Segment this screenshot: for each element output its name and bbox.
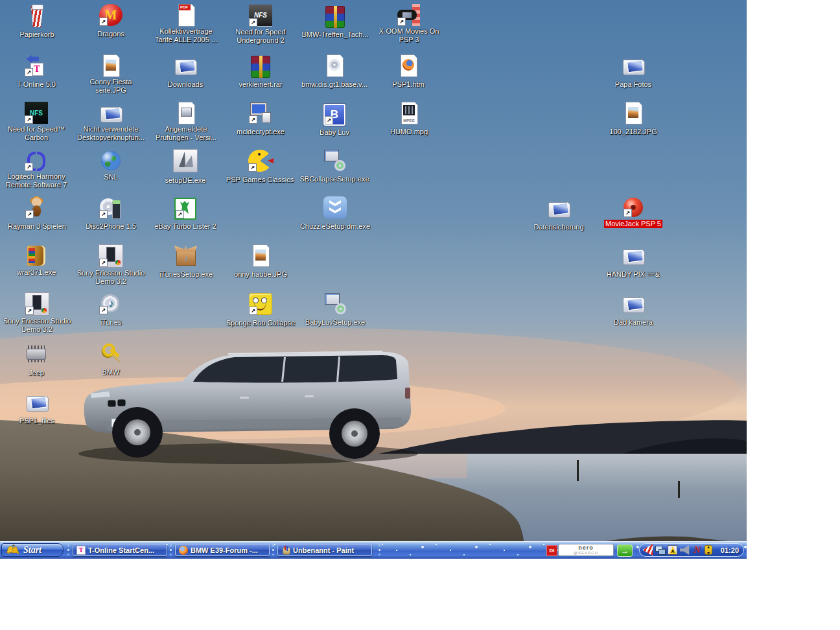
desktop-icon-mcldecrypt[interactable]: mcldecrypt.exe: [224, 102, 298, 137]
shortcut-arrow-icon: [176, 210, 184, 218]
icon-label: Baby Luv: [318, 128, 351, 137]
nero-search-box[interactable]: nero @SEARCH: [558, 544, 614, 556]
desktop-icon-psp-games-classics[interactable]: PSP Games Classics: [223, 150, 297, 185]
folder-icon: [25, 391, 49, 413]
updown-arrows-icon[interactable]: [705, 545, 712, 555]
desktop-icon-ebay-turbo-lister[interactable]: eBay Turbo Lister 2: [148, 196, 222, 231]
network-status-icon[interactable]: [655, 545, 665, 555]
desktop-icon-xoom-movies[interactable]: X-OOM Movies On PSP 3: [372, 4, 446, 45]
tray-clock[interactable]: 01:20: [721, 546, 739, 554]
desktop-icon-psp1-htm[interactable]: PSP1.htm: [371, 54, 445, 89]
desktop-icon-verkleinert[interactable]: verkleinert.rar: [224, 56, 298, 89]
desktop-icon-sony-ericsson-studio-1[interactable]: eo Sony Ericsson Studio Demo 3.2: [74, 244, 148, 286]
desktop-icon-datensicherung[interactable]: Datensicherung: [522, 197, 596, 232]
icon-label: Jeep: [27, 369, 45, 377]
icon-label: mcldecrypt.exe: [235, 128, 286, 136]
separator-sparkle: [170, 549, 172, 551]
folder-icon: [622, 54, 645, 76]
desktop-icon-t-online-50[interactable]: T T-Online 5.0: [0, 54, 73, 89]
desktop-icon-snl[interactable]: SNL: [74, 150, 148, 182]
shortcut-arrow-icon: [25, 163, 33, 171]
di-quicklaunch-icon[interactable]: DI: [546, 545, 557, 556]
taskbar-button-paint[interactable]: Unbenannt - Paint: [277, 544, 372, 556]
desktop-icon-disc2phone[interactable]: Disc2Phone 1.5: [74, 196, 148, 231]
icon-label: X-OOM Movies On PSP 3: [372, 27, 446, 44]
desktop-icon-papierkorb[interactable]: Papierkorb: [0, 5, 74, 40]
taskbar-button-tonline[interactable]: T-Online StartCen...: [73, 544, 167, 556]
desktop-icon-jeep[interactable]: Jeep: [0, 343, 73, 378]
antivir-guard-icon[interactable]: [668, 545, 677, 555]
desktop-icon-wrar371[interactable]: wrar371.exe: [0, 244, 73, 277]
desktop-icon-bmw-dis[interactable]: bmw.dis.gt1.base.v...: [298, 54, 371, 89]
desktop-icon-nicht-verwendete[interactable]: Nicht verwendete Desktopverknüpfun...: [74, 102, 148, 143]
tray-expand-icon[interactable]: [642, 544, 653, 556]
chuzzle-icon: [323, 196, 347, 218]
desktop-icon-handy-pix[interactable]: HANDY PIX ==&: [596, 244, 670, 279]
system-tray: 01:20: [639, 543, 744, 557]
desktop-icon-baby-luv[interactable]: B Baby Luv: [298, 102, 371, 137]
desktop-icon-sony-ericsson-studio-2[interactable]: eo Sony Ericsson Studio Demo 3.2: [0, 292, 74, 334]
mjack-icon: [624, 198, 643, 217]
desktop-icon-setupde[interactable]: setupDE.exe: [148, 149, 222, 185]
desktop-icon-nfs-carbon[interactable]: NFS Need for Speed™ Carbon: [0, 102, 73, 143]
taskbar: Start DI nero @SEARCH 01:20 T-Online Sta…: [0, 541, 747, 559]
globe-icon: [101, 151, 121, 170]
icon-label: SBCollapseSetup.exe: [298, 175, 370, 183]
desktop-icon-itunes[interactable]: ♪ iTunes: [74, 292, 148, 327]
desktop-icon-downloads[interactable]: Downloads: [148, 54, 222, 89]
desktop-icon-psp1-files[interactable]: PSP1_files: [0, 391, 74, 426]
icon-label: SNL: [102, 173, 119, 181]
desktop-icon-humo-mpg[interactable]: MPEG HUMO.mpg: [372, 102, 446, 137]
nero-search-go-button[interactable]: [617, 544, 633, 557]
desktop-icon-moviejack-psp5[interactable]: MovieJack PSP 5: [596, 196, 670, 229]
taskbar-button-label: Unbenannt - Paint: [293, 546, 354, 554]
desktop-icon-dad-kamera[interactable]: Dad kamera: [596, 292, 670, 327]
desktop-icon-sbcollapse-setup[interactable]: SBCollapseSetup.exe: [298, 149, 371, 184]
setupcd-icon: [323, 292, 347, 314]
desktop-icon-sponge-bob-collapse[interactable]: Sponge Bob Collapse: [224, 293, 298, 328]
desktop-icon-dragons[interactable]: M Dragons: [74, 4, 148, 39]
wrar-icon: [27, 246, 45, 266]
shortcut-arrow-icon: [25, 210, 34, 218]
desktop-icon-rayman3[interactable]: Rayman 3 Spielen: [0, 196, 74, 231]
jpg-icon: [99, 54, 122, 76]
desktop-icon-onny-haube[interactable]: onny haube.JPG: [224, 244, 298, 279]
desktop-icon-bmw[interactable]: BMW: [74, 342, 148, 377]
desktop-icon-kollektivvertraege[interactable]: PDF Kollektivverträge Tarife ALLE 2005 .…: [149, 4, 223, 45]
icon-label: Angemeldete Prüfungen - Versi...: [149, 125, 223, 142]
icon-label: BMW: [101, 368, 121, 377]
icon-label: setupDE.exe: [164, 176, 207, 185]
desktop-icon-chuzzle-setup[interactable]: ChuzzleSetup-dm.exe: [298, 196, 372, 231]
nero-search-brand: nero: [578, 545, 594, 551]
desktop-icon-conny-fiesta[interactable]: Conny Fiesta seite.JPG: [74, 54, 148, 95]
pacman-icon: [248, 150, 272, 172]
start-button[interactable]: Start: [1, 543, 64, 557]
volume-icon[interactable]: [680, 545, 690, 555]
icon-label: Logitech Harmony Remote Software 7: [0, 172, 73, 189]
folder-icon: [622, 244, 645, 266]
desktop-icon-papa-fotos[interactable]: Papa Fotos: [596, 54, 670, 89]
icon-label: Papa Fotos: [614, 80, 653, 89]
desktop-icon-logitech-harmony[interactable]: Logitech Harmony Remote Software 7: [0, 149, 73, 190]
desktop-icon-img-100-2182[interactable]: 100_2182.JPG: [596, 102, 670, 137]
icon-label: Sponge Bob Collapse: [225, 319, 296, 327]
icon-label: iTunes: [99, 318, 123, 327]
icon-label: Need for Speed Underground 2: [224, 28, 298, 45]
nfsc-icon: NFS: [25, 102, 48, 124]
desktop-icon-nfs-underground2[interactable]: NFS Need for Speed Underground 2: [224, 5, 298, 45]
taskbar-button-firefox[interactable]: BMW E39-Forum -...: [175, 544, 270, 556]
nero-icon[interactable]: [692, 545, 702, 555]
desktop-icon-bmw-treffen[interactable]: BMW-Treffen_Tach...: [298, 6, 372, 40]
icon-label: T-Online 5.0: [16, 80, 57, 89]
desktop-icon-babyluv-setup[interactable]: BabyLuvSetup.exe: [298, 292, 372, 327]
tonline-icon: T: [25, 54, 48, 76]
bells-icon: [6, 544, 20, 555]
desktop-icon-angemeldete-pruefungen[interactable]: Angemeldete Prüfungen - Versi...: [149, 102, 223, 143]
separator-sparkle: [67, 549, 69, 551]
taskbar-button-label: T-Online StartCen...: [88, 546, 154, 554]
logi-icon: [25, 149, 48, 171]
disc-icon: [323, 54, 346, 76]
desktop[interactable]: Papierkorb M Dragons PDF Kollektivverträ…: [0, 0, 747, 559]
desktop-icon-itunes-setup[interactable]: ♪ iTunesSetup.exe: [149, 244, 223, 279]
pdf-icon: PDF: [174, 4, 198, 26]
